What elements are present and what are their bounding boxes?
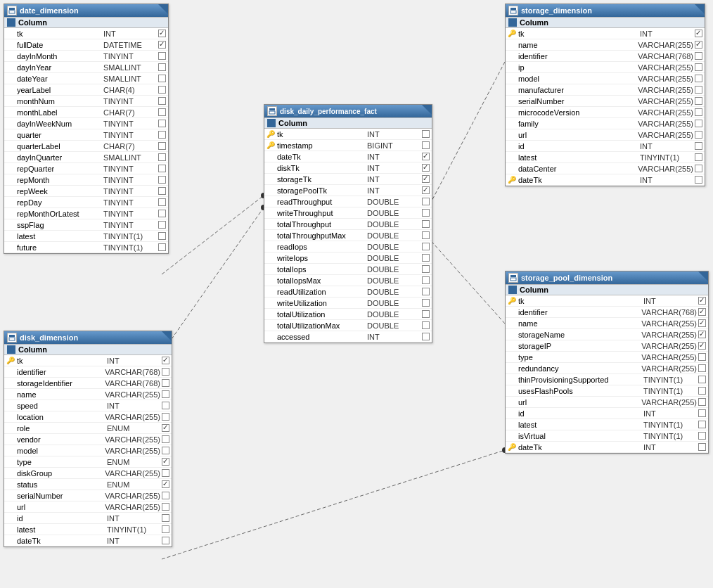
checkbox[interactable] [158, 120, 166, 127]
check-cell[interactable] [157, 198, 167, 207]
checkbox[interactable] [422, 310, 430, 318]
checkbox[interactable] [158, 232, 166, 240]
checkbox[interactable] [162, 537, 169, 544]
check-cell[interactable] [693, 119, 703, 129]
checkbox[interactable] [158, 75, 166, 82]
checkbox[interactable] [698, 364, 706, 372]
checkbox[interactable] [698, 376, 706, 383]
check-cell[interactable] [157, 96, 167, 106]
check-cell[interactable] [420, 276, 430, 286]
check-cell[interactable] [157, 74, 167, 84]
check-cell[interactable] [693, 164, 703, 174]
checkbox[interactable] [158, 108, 166, 116]
check-cell[interactable] [157, 220, 167, 230]
resize-handle[interactable] [158, 4, 168, 14]
check-cell[interactable] [697, 296, 707, 306]
check-cell[interactable] [697, 352, 707, 362]
check-cell[interactable] [160, 435, 170, 445]
checkbox[interactable] [698, 398, 706, 406]
checkbox[interactable] [162, 514, 169, 522]
check-cell[interactable] [160, 502, 170, 512]
check-cell[interactable] [160, 378, 170, 388]
check-cell[interactable] [693, 130, 703, 140]
checkbox[interactable] [695, 108, 702, 116]
check-cell[interactable] [420, 163, 430, 173]
checkbox[interactable] [158, 63, 166, 71]
checkbox[interactable] [158, 41, 166, 49]
check-cell[interactable] [157, 108, 167, 117]
check-cell[interactable] [697, 420, 707, 430]
check-cell[interactable] [157, 119, 167, 129]
fact-table-header[interactable]: disk_daily_performance_fact [264, 105, 432, 117]
checkbox[interactable] [162, 458, 169, 466]
checkbox[interactable] [698, 387, 706, 395]
check-cell[interactable] [157, 186, 167, 196]
check-cell[interactable] [160, 491, 170, 501]
checkbox[interactable] [162, 447, 169, 454]
checkbox[interactable] [158, 165, 166, 172]
check-cell[interactable] [157, 243, 167, 253]
checkbox[interactable] [158, 210, 166, 217]
check-cell[interactable] [693, 175, 703, 185]
check-cell[interactable] [693, 85, 703, 95]
checkbox[interactable] [158, 131, 166, 139]
checkbox[interactable] [158, 153, 166, 161]
checkbox[interactable] [695, 30, 702, 37]
resize-handle[interactable] [695, 4, 705, 14]
checkbox[interactable] [162, 480, 169, 488]
check-cell[interactable] [157, 51, 167, 61]
checkbox[interactable] [162, 435, 169, 443]
checkbox[interactable] [698, 331, 706, 338]
checkbox[interactable] [698, 308, 706, 316]
check-cell[interactable] [157, 175, 167, 185]
check-cell[interactable] [420, 208, 430, 218]
check-cell[interactable] [693, 51, 703, 61]
check-cell[interactable] [697, 409, 707, 418]
checkbox[interactable] [422, 333, 430, 340]
checkbox[interactable] [162, 402, 169, 409]
resize-handle[interactable] [422, 105, 432, 115]
check-cell[interactable] [697, 307, 707, 317]
checkbox[interactable] [698, 297, 706, 305]
check-cell[interactable] [697, 330, 707, 340]
check-cell[interactable] [697, 341, 707, 351]
check-cell[interactable] [160, 356, 170, 366]
check-cell[interactable] [697, 364, 707, 373]
checkbox[interactable] [695, 165, 702, 172]
checkbox[interactable] [422, 164, 430, 172]
checkbox[interactable] [162, 525, 169, 533]
check-cell[interactable] [160, 536, 170, 546]
checkbox[interactable] [158, 97, 166, 105]
resize-handle[interactable] [162, 331, 172, 341]
check-cell[interactable] [420, 242, 430, 252]
check-cell[interactable] [157, 209, 167, 219]
check-cell[interactable] [157, 85, 167, 95]
check-cell[interactable] [420, 197, 430, 207]
checkbox[interactable] [422, 175, 430, 183]
checkbox[interactable] [162, 413, 169, 421]
checkbox[interactable] [422, 186, 430, 194]
check-cell[interactable] [697, 375, 707, 385]
checkbox[interactable] [422, 153, 430, 160]
resize-handle[interactable] [698, 271, 708, 281]
check-cell[interactable] [693, 153, 703, 162]
checkbox[interactable] [695, 52, 702, 60]
checkbox[interactable] [158, 52, 166, 60]
check-cell[interactable] [693, 74, 703, 84]
checkbox[interactable] [422, 198, 430, 205]
check-cell[interactable] [697, 431, 707, 441]
check-cell[interactable] [420, 253, 430, 263]
storage-dimension-header[interactable]: storage_dimension [506, 4, 705, 17]
checkbox[interactable] [162, 390, 169, 398]
checkbox[interactable] [695, 75, 702, 82]
checkbox[interactable] [422, 209, 430, 217]
check-cell[interactable] [693, 141, 703, 151]
checkbox[interactable] [158, 243, 166, 251]
check-cell[interactable] [697, 397, 707, 407]
checkbox[interactable] [158, 86, 166, 94]
check-cell[interactable] [693, 108, 703, 117]
check-cell[interactable] [160, 525, 170, 535]
check-cell[interactable] [157, 231, 167, 241]
check-cell[interactable] [697, 319, 707, 328]
check-cell[interactable] [160, 423, 170, 433]
